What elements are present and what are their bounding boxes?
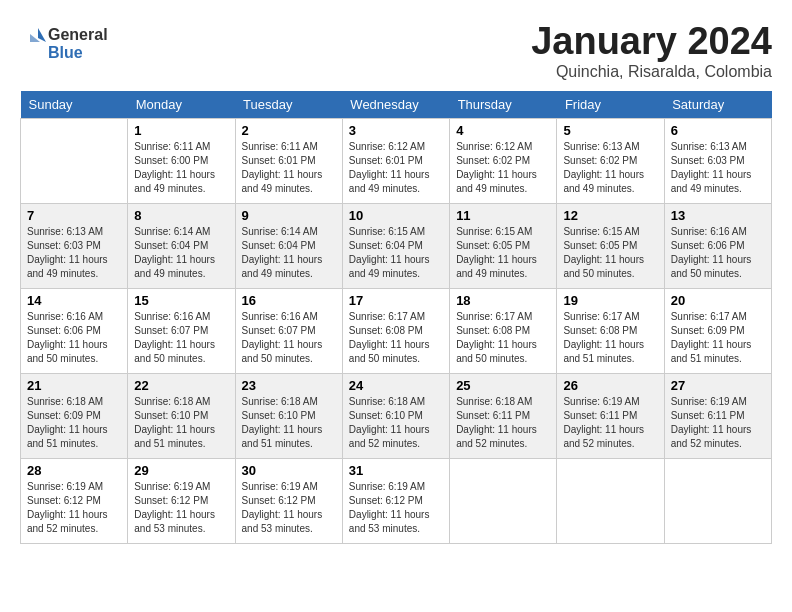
day-info: Sunrise: 6:11 AMSunset: 6:00 PMDaylight:… — [134, 140, 228, 196]
day-cell: 12Sunrise: 6:15 AMSunset: 6:05 PMDayligh… — [557, 204, 664, 289]
day-cell: 15Sunrise: 6:16 AMSunset: 6:07 PMDayligh… — [128, 289, 235, 374]
day-number: 3 — [349, 123, 443, 138]
day-number: 8 — [134, 208, 228, 223]
header-wednesday: Wednesday — [342, 91, 449, 119]
day-info: Sunrise: 6:18 AMSunset: 6:09 PMDaylight:… — [27, 395, 121, 451]
day-info: Sunrise: 6:17 AMSunset: 6:08 PMDaylight:… — [456, 310, 550, 366]
day-number: 29 — [134, 463, 228, 478]
day-number: 23 — [242, 378, 336, 393]
day-info: Sunrise: 6:13 AMSunset: 6:03 PMDaylight:… — [27, 225, 121, 281]
day-info: Sunrise: 6:15 AMSunset: 6:04 PMDaylight:… — [349, 225, 443, 281]
day-cell: 11Sunrise: 6:15 AMSunset: 6:05 PMDayligh… — [450, 204, 557, 289]
header-tuesday: Tuesday — [235, 91, 342, 119]
calendar-table: Sunday Monday Tuesday Wednesday Thursday… — [20, 91, 772, 544]
day-number: 1 — [134, 123, 228, 138]
header-thursday: Thursday — [450, 91, 557, 119]
logo: General Blue — [20, 20, 110, 65]
day-cell: 10Sunrise: 6:15 AMSunset: 6:04 PMDayligh… — [342, 204, 449, 289]
header-friday: Friday — [557, 91, 664, 119]
day-info: Sunrise: 6:16 AMSunset: 6:07 PMDaylight:… — [242, 310, 336, 366]
day-number: 6 — [671, 123, 765, 138]
day-cell: 14Sunrise: 6:16 AMSunset: 6:06 PMDayligh… — [21, 289, 128, 374]
day-info: Sunrise: 6:17 AMSunset: 6:08 PMDaylight:… — [563, 310, 657, 366]
day-number: 31 — [349, 463, 443, 478]
day-info: Sunrise: 6:12 AMSunset: 6:01 PMDaylight:… — [349, 140, 443, 196]
day-cell: 18Sunrise: 6:17 AMSunset: 6:08 PMDayligh… — [450, 289, 557, 374]
day-info: Sunrise: 6:18 AMSunset: 6:10 PMDaylight:… — [134, 395, 228, 451]
day-cell: 20Sunrise: 6:17 AMSunset: 6:09 PMDayligh… — [664, 289, 771, 374]
day-cell: 8Sunrise: 6:14 AMSunset: 6:04 PMDaylight… — [128, 204, 235, 289]
day-number: 24 — [349, 378, 443, 393]
day-number: 12 — [563, 208, 657, 223]
month-title: January 2024 — [531, 20, 772, 63]
day-info: Sunrise: 6:17 AMSunset: 6:08 PMDaylight:… — [349, 310, 443, 366]
day-number: 5 — [563, 123, 657, 138]
day-info: Sunrise: 6:13 AMSunset: 6:02 PMDaylight:… — [563, 140, 657, 196]
day-number: 27 — [671, 378, 765, 393]
location-title: Quinchia, Risaralda, Colombia — [531, 63, 772, 81]
title-area: January 2024 Quinchia, Risaralda, Colomb… — [531, 20, 772, 81]
day-info: Sunrise: 6:19 AMSunset: 6:12 PMDaylight:… — [242, 480, 336, 536]
day-cell: 31Sunrise: 6:19 AMSunset: 6:12 PMDayligh… — [342, 459, 449, 544]
day-cell: 13Sunrise: 6:16 AMSunset: 6:06 PMDayligh… — [664, 204, 771, 289]
week-row-5: 28Sunrise: 6:19 AMSunset: 6:12 PMDayligh… — [21, 459, 772, 544]
day-cell: 3Sunrise: 6:12 AMSunset: 6:01 PMDaylight… — [342, 119, 449, 204]
day-cell: 21Sunrise: 6:18 AMSunset: 6:09 PMDayligh… — [21, 374, 128, 459]
day-number: 28 — [27, 463, 121, 478]
day-number: 11 — [456, 208, 550, 223]
day-number: 20 — [671, 293, 765, 308]
day-info: Sunrise: 6:14 AMSunset: 6:04 PMDaylight:… — [134, 225, 228, 281]
day-cell: 9Sunrise: 6:14 AMSunset: 6:04 PMDaylight… — [235, 204, 342, 289]
day-number: 19 — [563, 293, 657, 308]
day-number: 18 — [456, 293, 550, 308]
day-info: Sunrise: 6:19 AMSunset: 6:12 PMDaylight:… — [349, 480, 443, 536]
day-number: 2 — [242, 123, 336, 138]
day-number: 10 — [349, 208, 443, 223]
day-info: Sunrise: 6:15 AMSunset: 6:05 PMDaylight:… — [456, 225, 550, 281]
day-info: Sunrise: 6:19 AMSunset: 6:11 PMDaylight:… — [563, 395, 657, 451]
day-number: 7 — [27, 208, 121, 223]
day-cell: 2Sunrise: 6:11 AMSunset: 6:01 PMDaylight… — [235, 119, 342, 204]
day-cell: 6Sunrise: 6:13 AMSunset: 6:03 PMDaylight… — [664, 119, 771, 204]
day-cell: 22Sunrise: 6:18 AMSunset: 6:10 PMDayligh… — [128, 374, 235, 459]
day-info: Sunrise: 6:14 AMSunset: 6:04 PMDaylight:… — [242, 225, 336, 281]
day-info: Sunrise: 6:13 AMSunset: 6:03 PMDaylight:… — [671, 140, 765, 196]
day-cell: 16Sunrise: 6:16 AMSunset: 6:07 PMDayligh… — [235, 289, 342, 374]
day-cell: 28Sunrise: 6:19 AMSunset: 6:12 PMDayligh… — [21, 459, 128, 544]
day-cell — [21, 119, 128, 204]
day-number: 13 — [671, 208, 765, 223]
day-cell: 4Sunrise: 6:12 AMSunset: 6:02 PMDaylight… — [450, 119, 557, 204]
day-number: 21 — [27, 378, 121, 393]
day-info: Sunrise: 6:17 AMSunset: 6:09 PMDaylight:… — [671, 310, 765, 366]
week-row-4: 21Sunrise: 6:18 AMSunset: 6:09 PMDayligh… — [21, 374, 772, 459]
svg-text:General: General — [48, 26, 108, 43]
day-info: Sunrise: 6:11 AMSunset: 6:01 PMDaylight:… — [242, 140, 336, 196]
day-info: Sunrise: 6:19 AMSunset: 6:11 PMDaylight:… — [671, 395, 765, 451]
day-cell: 23Sunrise: 6:18 AMSunset: 6:10 PMDayligh… — [235, 374, 342, 459]
header: General Blue January 2024 Quinchia, Risa… — [20, 20, 772, 81]
day-number: 9 — [242, 208, 336, 223]
day-info: Sunrise: 6:19 AMSunset: 6:12 PMDaylight:… — [134, 480, 228, 536]
header-sunday: Sunday — [21, 91, 128, 119]
day-info: Sunrise: 6:18 AMSunset: 6:11 PMDaylight:… — [456, 395, 550, 451]
day-cell: 1Sunrise: 6:11 AMSunset: 6:00 PMDaylight… — [128, 119, 235, 204]
day-cell: 30Sunrise: 6:19 AMSunset: 6:12 PMDayligh… — [235, 459, 342, 544]
week-row-2: 7Sunrise: 6:13 AMSunset: 6:03 PMDaylight… — [21, 204, 772, 289]
day-cell: 17Sunrise: 6:17 AMSunset: 6:08 PMDayligh… — [342, 289, 449, 374]
day-info: Sunrise: 6:16 AMSunset: 6:06 PMDaylight:… — [671, 225, 765, 281]
header-monday: Monday — [128, 91, 235, 119]
day-cell: 19Sunrise: 6:17 AMSunset: 6:08 PMDayligh… — [557, 289, 664, 374]
svg-marker-2 — [38, 28, 46, 42]
day-number: 14 — [27, 293, 121, 308]
day-info: Sunrise: 6:15 AMSunset: 6:05 PMDaylight:… — [563, 225, 657, 281]
day-cell — [450, 459, 557, 544]
svg-text:Blue: Blue — [48, 44, 83, 61]
header-saturday: Saturday — [664, 91, 771, 119]
day-cell — [664, 459, 771, 544]
day-number: 15 — [134, 293, 228, 308]
day-info: Sunrise: 6:16 AMSunset: 6:06 PMDaylight:… — [27, 310, 121, 366]
day-cell: 27Sunrise: 6:19 AMSunset: 6:11 PMDayligh… — [664, 374, 771, 459]
day-cell: 29Sunrise: 6:19 AMSunset: 6:12 PMDayligh… — [128, 459, 235, 544]
day-cell: 26Sunrise: 6:19 AMSunset: 6:11 PMDayligh… — [557, 374, 664, 459]
day-info: Sunrise: 6:18 AMSunset: 6:10 PMDaylight:… — [242, 395, 336, 451]
